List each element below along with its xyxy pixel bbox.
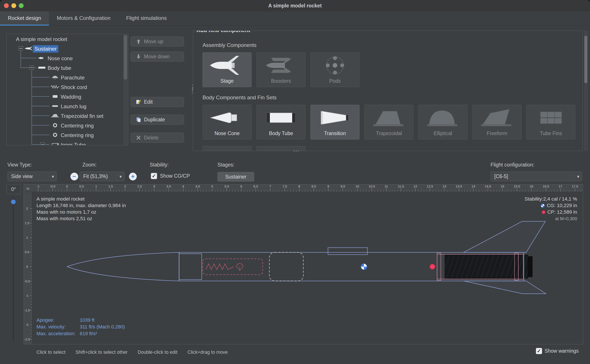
tree-connector <box>32 106 49 106</box>
add-component-panel: Add new component Assembly ComponentsSta… <box>193 31 583 151</box>
rocket-info-block: A simple model rocket Length 16,748 in, … <box>36 196 126 222</box>
cp-value: CP: 12,589 in <box>547 209 577 215</box>
tree-item-sustainer[interactable]: Sustainer <box>7 44 128 53</box>
add-panel-scrollbar[interactable] <box>584 31 588 151</box>
freeform-component-icon <box>473 105 521 130</box>
svg-text:15: 15 <box>501 184 504 188</box>
collapse-toggle[interactable] <box>40 142 45 145</box>
zoom-level-select[interactable]: Fit (51,3%) ▾ <box>80 171 125 181</box>
svg-text:11: 11 <box>385 184 388 188</box>
tree-root[interactable]: A simple model rocket <box>7 34 128 44</box>
component-button-label: Stage <box>221 78 234 84</box>
svg-text:13: 13 <box>442 184 446 188</box>
collapse-toggle[interactable] <box>19 46 23 51</box>
move-down-button[interactable]: Move down <box>131 52 184 62</box>
add-nose-cone-button[interactable]: Nose Cone <box>202 105 252 139</box>
svg-text:17: 17 <box>558 184 562 188</box>
show-warnings-label: Show warnings <box>544 348 579 354</box>
tab-bar: Rocket designMotors & ConfigurationFligh… <box>0 11 590 26</box>
tree-item-centering-ring[interactable]: Centering ring <box>7 120 128 130</box>
vertical-splitter-handle[interactable]: ⋮⋮ <box>189 85 193 96</box>
collapse-toggle[interactable] <box>29 65 34 70</box>
edit-button[interactable]: Edit <box>131 97 184 107</box>
svg-text:0: 0 <box>66 184 68 188</box>
apogee-label: Apogee: <box>36 317 80 323</box>
rotation-slider-thumb[interactable] <box>11 200 16 204</box>
add-panel-scrollbar-thumb[interactable] <box>584 36 587 83</box>
nosecone-component-icon <box>203 105 251 130</box>
add-component-button-partial[interactable] <box>202 146 252 151</box>
show-cgcp-control: ✓ Show CG/CP <box>151 173 190 179</box>
tree-item-launch-lug[interactable]: Launch lug <box>7 101 128 111</box>
mach-condition: at M=0,300 <box>555 215 577 222</box>
delete-button[interactable]: Delete <box>131 133 184 143</box>
elliptical-component-icon <box>419 105 467 130</box>
arrow-up-icon <box>136 39 141 44</box>
tree-connector <box>32 135 49 135</box>
add-body-tube-button[interactable]: Body Tube <box>256 105 306 139</box>
svg-text:11,5: 11,5 <box>398 184 404 188</box>
rotation-slider[interactable] <box>11 197 16 341</box>
status-hint: Click+drag to move <box>188 350 228 355</box>
move-up-button[interactable]: Move up <box>131 36 184 46</box>
svg-text:4,5: 4,5 <box>195 184 200 188</box>
duplicate-button[interactable]: Duplicate <box>131 115 184 125</box>
component-button-label: Elliptical <box>434 130 452 136</box>
arrow-down-icon <box>136 54 141 59</box>
tree-item-parachute[interactable]: Parachute <box>7 72 128 82</box>
add-stage-button[interactable]: Stage <box>202 52 252 87</box>
component-button-label: Nose Cone <box>214 130 240 136</box>
add-tube-fins-button[interactable]: Tube Fins <box>526 105 575 139</box>
zoom-out-button[interactable]: − <box>70 173 78 181</box>
component-button-label: Boosters <box>271 78 291 84</box>
view-type-select[interactable]: Side view ▾ <box>7 171 57 181</box>
app-window: A simple model rocket Rocket designMotor… <box>0 0 590 364</box>
tab-rocket-design[interactable]: Rocket design <box>0 11 49 26</box>
svg-text:9: 9 <box>327 184 329 188</box>
rocket-design-canvas[interactable]: in-1-0,500,511,522,533,544,555,566,577,5… <box>24 184 583 344</box>
tree-scrollbar-thumb[interactable] <box>124 35 127 80</box>
svg-text:in: in <box>27 187 29 190</box>
tree-item-label: Centering ring <box>59 122 95 130</box>
tab-flight-simulations[interactable]: Flight simulations <box>118 11 174 26</box>
cp-icon <box>542 210 545 214</box>
component-button-label: Tube Fins <box>540 130 562 136</box>
tree-item-label: A simple model rocket <box>14 36 69 43</box>
show-cgcp-checkbox[interactable]: ✓ <box>151 173 157 179</box>
tree-scrollbar[interactable] <box>123 34 128 145</box>
add-boosters-button[interactable]: Boosters <box>256 52 306 87</box>
button-label: Delete <box>144 135 158 141</box>
bodytube-component-icon <box>257 105 305 130</box>
tree-item-shock-cord[interactable]: Shock cord <box>7 82 128 92</box>
add-pods-button[interactable]: Pods <box>310 52 359 87</box>
tree-item-inner-tube[interactable]: Inner Tube <box>7 140 128 145</box>
tree-item-label: Sustainer <box>33 45 58 52</box>
button-label: Move down <box>144 54 170 59</box>
tree-item-centering-ring-2[interactable]: Centering ring <box>7 130 128 140</box>
tab-motors-configuration[interactable]: Motors & Configuration <box>49 11 118 26</box>
launchlug-icon <box>50 104 60 108</box>
flight-stats-block: Apogee:1039 ft Max. velocity:311 ft/s (M… <box>36 317 125 337</box>
svg-text:13,5: 13,5 <box>456 184 462 188</box>
tree-item-trapezoidal-fin-set[interactable]: Trapezoidal fin set <box>7 111 128 120</box>
tree-item-label: Shock cord <box>59 84 89 91</box>
svg-text:-1: -1 <box>37 184 40 188</box>
component-tree-panel: A simple model rocketSustainerNose coneB… <box>6 34 128 145</box>
tree-item-body-tube[interactable]: Body tube <box>7 63 128 72</box>
innertube-icon <box>50 142 60 145</box>
flight-configuration-select[interactable]: [C6-5] ▾ <box>490 171 582 181</box>
add-elliptical-button[interactable]: Elliptical <box>418 105 467 139</box>
add-transition-button[interactable]: Transition <box>310 105 359 139</box>
stage-toggle-sustainer[interactable]: Sustainer <box>217 172 254 182</box>
add-freeform-button[interactable]: Freeform <box>472 105 521 139</box>
zoom-in-button[interactable]: + <box>129 173 137 181</box>
add-trapezoidal-button[interactable]: Trapezoidal <box>364 105 413 139</box>
horizontal-splitter-handle[interactable]: ⋯ <box>290 150 303 154</box>
tree-item-wadding[interactable]: Wadding <box>7 92 128 101</box>
show-warnings-checkbox[interactable]: ✓ <box>536 348 542 354</box>
rocket-length: Length 16,748 in, max. diameter 0,984 in <box>36 202 126 209</box>
tree-item-nose-cone[interactable]: Nose cone <box>7 53 128 63</box>
svg-text:1: 1 <box>26 236 28 239</box>
pods-component-icon <box>311 52 359 78</box>
rocket-mass-empty: Mass with no motors 1,7 oz <box>36 209 126 215</box>
